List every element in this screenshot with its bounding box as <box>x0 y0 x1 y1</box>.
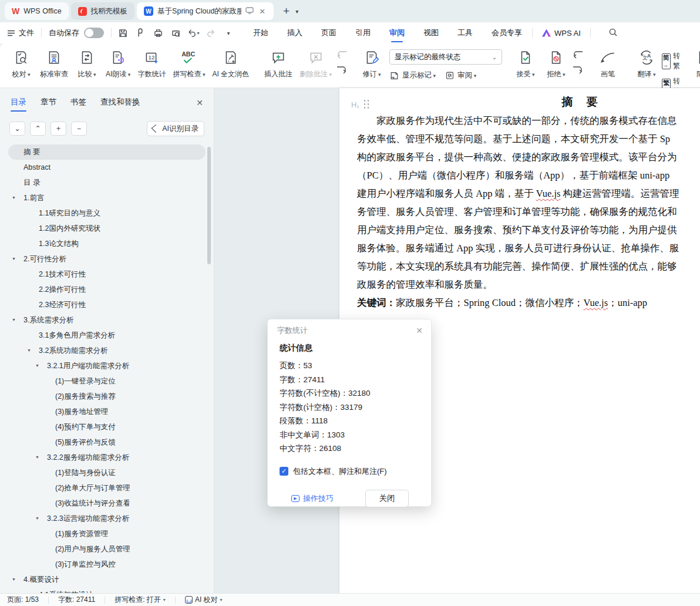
spellcheck-status[interactable]: 拼写检查: 打开 ▾ <box>115 595 166 605</box>
outline-item[interactable]: (1)一键登录与定位 <box>8 373 206 389</box>
tab-insert[interactable]: 插入 <box>287 22 303 43</box>
sidebar-tab-chapters[interactable]: 章节 <box>41 97 56 112</box>
compare-button[interactable]: 比较 <box>72 43 102 79</box>
page-indicator[interactable]: 页面: 1/53 <box>7 595 39 605</box>
outline-item[interactable]: 2.2操作可行性 <box>8 282 206 297</box>
collapse-arrow-icon[interactable]: ▼ <box>12 196 16 200</box>
collapse-all-button[interactable]: − <box>71 122 87 136</box>
outline-item[interactable]: (4)预约下单与支付 <box>8 419 206 435</box>
collapse-arrow-icon[interactable]: ▼ <box>12 577 16 581</box>
ai-polish-button[interactable]: AI 全文润色 <box>208 43 253 79</box>
sidebar-tab-contents[interactable]: 目录 <box>11 97 26 112</box>
undo-button[interactable]: ▾ <box>186 26 201 40</box>
outline-item[interactable]: ▼1.前言 <box>8 190 206 206</box>
review-pane-button[interactable]: 审阅 <box>445 70 476 80</box>
previous-change-icon[interactable] <box>571 50 584 60</box>
insert-comment-button[interactable]: 插入批注 <box>261 43 296 79</box>
print-preview-button[interactable] <box>168 26 183 40</box>
outline-item[interactable]: ▼3.2.3运营端功能需求分析 <box>8 511 206 526</box>
restrict-edit-button[interactable]: 限制 <box>688 43 700 79</box>
export-pdf-button[interactable] <box>133 26 148 40</box>
outline-item[interactable]: ▼3.系统需求分析 <box>8 312 206 328</box>
ai-proofread-status[interactable]: AI 校对 ▾ <box>185 595 223 605</box>
autosave-toggle[interactable] <box>84 28 104 38</box>
include-textbox-checkbox[interactable]: ✓ <box>280 467 288 476</box>
tab-member[interactable]: 会员专享 <box>491 22 523 43</box>
sidebar-tab-bookmarks[interactable]: 书签 <box>70 97 86 112</box>
operation-tips-link[interactable]: ▶ 操作技巧 <box>291 493 334 504</box>
new-tab-button[interactable]: + <box>283 5 290 18</box>
redo-button[interactable] <box>203 26 218 40</box>
proofread-button[interactable]: 校对 <box>6 43 36 79</box>
reject-button[interactable]: 拒绝 <box>541 43 571 79</box>
previous-comment-icon[interactable] <box>335 50 348 60</box>
word-count-indicator[interactable]: 字数: 27411 <box>58 595 95 605</box>
word-count-button[interactable]: 12 字数统计 <box>134 43 169 79</box>
ai-read-button[interactable]: AI朗读 <box>102 43 134 79</box>
tab-document[interactable]: W 基于Spring Cloud的家政服务 ✕ <box>137 2 274 20</box>
previous-heading-button[interactable]: ⌃ <box>30 122 46 136</box>
tab-page[interactable]: 页面 <box>321 22 337 43</box>
outline-item[interactable]: 2.3经济可行性 <box>8 297 206 312</box>
wps-ai-button[interactable]: WPS AI <box>542 29 581 38</box>
tab-wps-office[interactable]: W WPS Office <box>5 2 69 20</box>
outline-item[interactable]: (2)服务搜索与推荐 <box>8 389 206 404</box>
collapse-arrow-icon[interactable]: ▼ <box>35 455 39 459</box>
close-tab-icon[interactable]: ✕ <box>258 7 267 16</box>
print-button[interactable] <box>150 26 166 40</box>
outline-item[interactable]: (3)服务地址管理 <box>8 404 206 419</box>
ai-recognize-toc-button[interactable]: AI识别目录 <box>147 121 204 136</box>
tab-home[interactable]: 开始 <box>253 22 269 43</box>
simplified-to-traditional-button[interactable]: 简 转繁 <box>662 51 680 71</box>
outline-item[interactable]: ▼2.可行性分析 <box>8 251 206 267</box>
collapse-arrow-icon[interactable]: ▼ <box>12 318 16 322</box>
outline-item[interactable]: (2)用户与服务人员管理 <box>8 541 206 557</box>
outline-item[interactable]: 4.1系统架构设计 <box>8 587 206 593</box>
outline-item[interactable]: ▼4.概要设计 <box>8 572 206 587</box>
document-content[interactable]: 摘 要 家政服务作为现代生活中不可或缺的一部分，传统的服务模式存在信息务效率低、… <box>357 93 700 312</box>
collapse-arrow-icon[interactable]: ▼ <box>12 257 16 261</box>
outline-item[interactable]: 2.1技术可行性 <box>8 267 206 282</box>
dialog-close-icon[interactable]: ✕ <box>416 326 423 335</box>
quickbar-caret-icon[interactable]: ▾ <box>221 26 236 40</box>
tab-reference[interactable]: 引用 <box>355 22 371 43</box>
outline-item[interactable]: ▼3.2.1用户端功能需求分析 <box>8 358 206 373</box>
outline-item[interactable]: (5)服务评价与反馈 <box>8 435 206 450</box>
delete-comment-button[interactable]: 删除批注 <box>296 43 335 79</box>
outline-item[interactable]: (3)收益统计与评分查看 <box>8 496 206 511</box>
tab-review[interactable]: 审阅 <box>389 22 405 43</box>
next-change-icon[interactable] <box>571 65 584 76</box>
outline-item[interactable]: (1)服务资源管理 <box>8 526 206 541</box>
outline-item[interactable]: (2)抢单大厅与订单管理 <box>8 480 206 496</box>
outline-item[interactable]: 摘 要 <box>8 144 206 160</box>
accept-button[interactable]: 接受 <box>510 43 541 79</box>
outline-item[interactable]: 3.1多角色用户需求分析 <box>8 328 206 343</box>
spellcheck-button[interactable]: ABC 拼写检查 <box>169 43 208 79</box>
show-markup-button[interactable]: 显示标记 <box>389 70 436 80</box>
outline-item[interactable]: Abstract <box>8 160 206 175</box>
standard-review-button[interactable]: 标准审查 <box>36 43 72 79</box>
revision-button[interactable]: 修订 <box>356 43 387 79</box>
tab-view[interactable]: 视图 <box>423 22 439 43</box>
sidebar-scrollbar[interactable] <box>207 147 211 264</box>
next-heading-button[interactable]: ⌄ <box>9 122 25 136</box>
outline-item[interactable]: (3)订单监控与风控 <box>8 557 206 572</box>
save-button[interactable] <box>115 26 130 40</box>
outline-item[interactable]: 1.2国内外研究现状 <box>8 221 206 236</box>
file-menu[interactable]: 文件 <box>7 28 34 38</box>
tab-tools[interactable]: 工具 <box>457 22 473 43</box>
markup-state-dropdown[interactable]: 显示标记的最终状态 ⌄ <box>389 49 502 65</box>
sidebar-tab-find-replace[interactable]: 查找和替换 <box>100 97 140 112</box>
outline-item[interactable]: ▼3.2.2服务端功能需求分析 <box>8 450 206 465</box>
close-sidebar-icon[interactable]: ✕ <box>196 98 203 111</box>
screen-share-icon[interactable] <box>245 7 254 16</box>
next-comment-icon[interactable] <box>335 65 348 76</box>
tab-list-caret-icon[interactable]: ▾ <box>295 8 298 15</box>
translate-button[interactable]: 文A 翻译 <box>631 43 662 79</box>
collapse-arrow-icon[interactable]: ▼ <box>35 363 39 368</box>
outline-item[interactable]: (1)登陆与身份认证 <box>8 465 206 480</box>
dialog-close-button[interactable]: 关闭 <box>365 490 409 507</box>
collapse-arrow-icon[interactable]: ▼ <box>27 348 31 352</box>
outline-item[interactable]: ▼3.2系统功能需求分析 <box>8 343 206 358</box>
outline-item[interactable]: 1.3论文结构 <box>8 236 206 251</box>
